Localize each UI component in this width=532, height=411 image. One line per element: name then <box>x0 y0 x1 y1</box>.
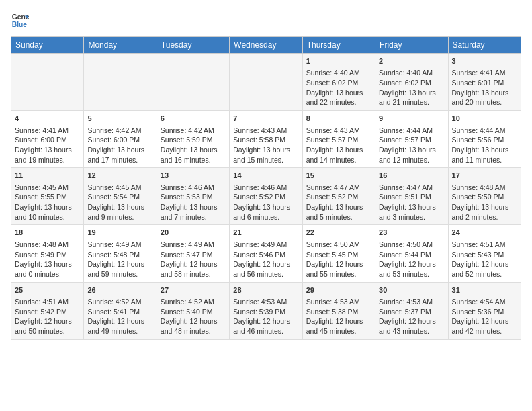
calendar-cell: 8Sunrise: 4:43 AM Sunset: 5:57 PM Daylig… <box>302 111 375 168</box>
day-number: 5 <box>87 113 152 124</box>
calendar-cell: 5Sunrise: 4:42 AM Sunset: 6:00 PM Daylig… <box>84 111 157 168</box>
calendar-cell: 2Sunrise: 4:40 AM Sunset: 6:02 PM Daylig… <box>375 54 448 111</box>
day-info: Sunrise: 4:40 AM Sunset: 6:02 PM Dayligh… <box>379 68 436 106</box>
day-info: Sunrise: 4:48 AM Sunset: 5:49 PM Dayligh… <box>15 240 72 278</box>
day-number: 1 <box>306 56 371 66</box>
calendar-row: 25Sunrise: 4:51 AM Sunset: 5:42 PM Dayli… <box>11 282 521 339</box>
day-info: Sunrise: 4:43 AM Sunset: 5:57 PM Dayligh… <box>306 126 363 164</box>
calendar-cell: 18Sunrise: 4:48 AM Sunset: 5:49 PM Dayli… <box>11 225 84 282</box>
calendar-cell: 14Sunrise: 4:46 AM Sunset: 5:52 PM Dayli… <box>230 168 302 225</box>
column-header-tuesday: Tuesday <box>157 37 229 54</box>
day-number: 7 <box>233 113 298 124</box>
day-number: 18 <box>15 228 80 238</box>
day-info: Sunrise: 4:48 AM Sunset: 5:50 PM Dayligh… <box>452 183 509 221</box>
day-number: 6 <box>161 113 226 124</box>
column-header-friday: Friday <box>375 37 448 54</box>
svg-text:Blue: Blue <box>12 21 28 28</box>
day-number: 2 <box>379 56 444 66</box>
calendar-cell: 26Sunrise: 4:52 AM Sunset: 5:41 PM Dayli… <box>84 282 157 339</box>
day-info: Sunrise: 4:49 AM Sunset: 5:48 PM Dayligh… <box>87 240 144 278</box>
day-number: 16 <box>379 171 444 181</box>
day-info: Sunrise: 4:44 AM Sunset: 5:57 PM Dayligh… <box>379 126 436 164</box>
day-number: 15 <box>306 171 371 181</box>
day-number: 8 <box>306 113 371 124</box>
day-number: 29 <box>306 285 371 295</box>
day-number: 23 <box>379 228 444 238</box>
day-number: 21 <box>233 228 298 238</box>
column-header-thursday: Thursday <box>302 37 375 54</box>
logo-icon: General Blue <box>11 11 30 30</box>
calendar-cell <box>157 54 229 111</box>
calendar-header-row: SundayMondayTuesdayWednesdayThursdayFrid… <box>11 37 521 54</box>
calendar-cell <box>230 54 302 111</box>
day-number: 3 <box>452 56 517 66</box>
calendar-cell: 21Sunrise: 4:49 AM Sunset: 5:46 PM Dayli… <box>230 225 302 282</box>
day-number: 22 <box>306 228 371 238</box>
day-info: Sunrise: 4:46 AM Sunset: 5:52 PM Dayligh… <box>233 183 290 221</box>
day-info: Sunrise: 4:49 AM Sunset: 5:46 PM Dayligh… <box>233 240 290 278</box>
calendar-cell: 30Sunrise: 4:53 AM Sunset: 5:37 PM Dayli… <box>375 282 448 339</box>
day-info: Sunrise: 4:45 AM Sunset: 5:55 PM Dayligh… <box>15 183 72 221</box>
calendar-cell: 3Sunrise: 4:41 AM Sunset: 6:01 PM Daylig… <box>448 54 521 111</box>
day-info: Sunrise: 4:53 AM Sunset: 5:39 PM Dayligh… <box>233 298 290 335</box>
calendar-row: 18Sunrise: 4:48 AM Sunset: 5:49 PM Dayli… <box>11 225 521 282</box>
column-header-sunday: Sunday <box>11 37 84 54</box>
calendar-table: SundayMondayTuesdayWednesdayThursdayFrid… <box>11 36 521 340</box>
calendar-cell: 20Sunrise: 4:49 AM Sunset: 5:47 PM Dayli… <box>157 225 229 282</box>
day-info: Sunrise: 4:49 AM Sunset: 5:47 PM Dayligh… <box>161 240 218 278</box>
day-number: 13 <box>161 171 226 181</box>
day-number: 12 <box>87 171 152 181</box>
day-info: Sunrise: 4:44 AM Sunset: 5:56 PM Dayligh… <box>452 126 509 164</box>
day-info: Sunrise: 4:43 AM Sunset: 5:58 PM Dayligh… <box>233 126 290 164</box>
day-info: Sunrise: 4:42 AM Sunset: 6:00 PM Dayligh… <box>87 126 144 164</box>
day-info: Sunrise: 4:54 AM Sunset: 5:36 PM Dayligh… <box>452 298 509 335</box>
column-header-saturday: Saturday <box>448 37 521 54</box>
logo: General Blue <box>11 11 32 30</box>
calendar-cell: 4Sunrise: 4:41 AM Sunset: 6:00 PM Daylig… <box>11 111 84 168</box>
day-number: 31 <box>452 285 517 295</box>
day-info: Sunrise: 4:41 AM Sunset: 6:01 PM Dayligh… <box>452 68 509 106</box>
calendar-row: 1Sunrise: 4:40 AM Sunset: 6:02 PM Daylig… <box>11 54 521 111</box>
day-info: Sunrise: 4:45 AM Sunset: 5:54 PM Dayligh… <box>87 183 144 221</box>
day-info: Sunrise: 4:53 AM Sunset: 5:37 PM Dayligh… <box>379 298 436 335</box>
day-info: Sunrise: 4:41 AM Sunset: 6:00 PM Dayligh… <box>15 126 72 164</box>
calendar-cell: 12Sunrise: 4:45 AM Sunset: 5:54 PM Dayli… <box>84 168 157 225</box>
calendar-cell: 28Sunrise: 4:53 AM Sunset: 5:39 PM Dayli… <box>230 282 302 339</box>
calendar-cell: 31Sunrise: 4:54 AM Sunset: 5:36 PM Dayli… <box>448 282 521 339</box>
calendar-cell: 19Sunrise: 4:49 AM Sunset: 5:48 PM Dayli… <box>84 225 157 282</box>
calendar-cell: 22Sunrise: 4:50 AM Sunset: 5:45 PM Dayli… <box>302 225 375 282</box>
day-number: 10 <box>452 113 517 124</box>
calendar-cell: 9Sunrise: 4:44 AM Sunset: 5:57 PM Daylig… <box>375 111 448 168</box>
day-number: 19 <box>87 228 152 238</box>
calendar-cell: 23Sunrise: 4:50 AM Sunset: 5:44 PM Dayli… <box>375 225 448 282</box>
day-number: 11 <box>15 171 80 181</box>
day-info: Sunrise: 4:51 AM Sunset: 5:42 PM Dayligh… <box>15 298 72 335</box>
day-info: Sunrise: 4:52 AM Sunset: 5:41 PM Dayligh… <box>87 298 144 335</box>
day-info: Sunrise: 4:42 AM Sunset: 5:59 PM Dayligh… <box>161 126 218 164</box>
day-number: 4 <box>15 113 80 124</box>
day-info: Sunrise: 4:51 AM Sunset: 5:43 PM Dayligh… <box>452 240 509 278</box>
calendar-cell: 7Sunrise: 4:43 AM Sunset: 5:58 PM Daylig… <box>230 111 302 168</box>
day-number: 27 <box>161 285 226 295</box>
day-number: 28 <box>233 285 298 295</box>
column-header-wednesday: Wednesday <box>230 37 302 54</box>
calendar-cell: 10Sunrise: 4:44 AM Sunset: 5:56 PM Dayli… <box>448 111 521 168</box>
calendar-cell: 24Sunrise: 4:51 AM Sunset: 5:43 PM Dayli… <box>448 225 521 282</box>
day-info: Sunrise: 4:50 AM Sunset: 5:45 PM Dayligh… <box>306 240 363 278</box>
calendar-cell: 1Sunrise: 4:40 AM Sunset: 6:02 PM Daylig… <box>302 54 375 111</box>
column-header-monday: Monday <box>84 37 157 54</box>
calendar-cell: 25Sunrise: 4:51 AM Sunset: 5:42 PM Dayli… <box>11 282 84 339</box>
day-info: Sunrise: 4:47 AM Sunset: 5:52 PM Dayligh… <box>306 183 363 221</box>
calendar-row: 4Sunrise: 4:41 AM Sunset: 6:00 PM Daylig… <box>11 111 521 168</box>
header: General Blue <box>11 11 521 30</box>
day-number: 25 <box>15 285 80 295</box>
day-info: Sunrise: 4:40 AM Sunset: 6:02 PM Dayligh… <box>306 68 363 106</box>
day-number: 26 <box>87 285 152 295</box>
day-info: Sunrise: 4:50 AM Sunset: 5:44 PM Dayligh… <box>379 240 436 278</box>
calendar-cell: 27Sunrise: 4:52 AM Sunset: 5:40 PM Dayli… <box>157 282 229 339</box>
day-info: Sunrise: 4:52 AM Sunset: 5:40 PM Dayligh… <box>161 298 218 335</box>
day-number: 17 <box>452 171 517 181</box>
day-number: 9 <box>379 113 444 124</box>
day-number: 20 <box>161 228 226 238</box>
calendar-cell: 29Sunrise: 4:53 AM Sunset: 5:38 PM Dayli… <box>302 282 375 339</box>
